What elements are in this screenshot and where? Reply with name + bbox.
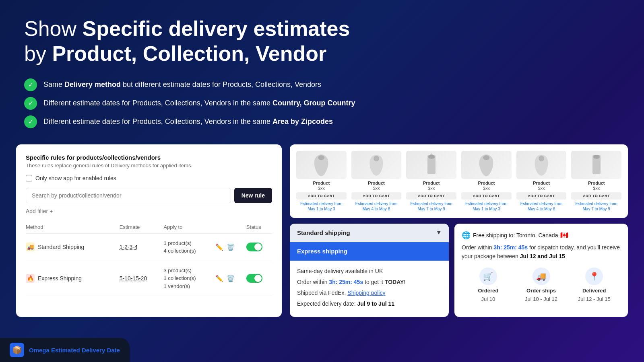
edit-icon[interactable]: ✏️ xyxy=(215,243,223,251)
shipping-info-line1: Same-day delivery available in UK xyxy=(297,267,442,276)
info-box: 🌐 Free shipping to: Toronto, Canada 🇨🇦 O… xyxy=(454,224,628,317)
title-bold-1: Specific delivery estimates xyxy=(83,17,350,40)
col-actions xyxy=(215,221,246,234)
rules-table: Method Estimate Apply to Status 🚚 Standa… xyxy=(26,221,272,296)
add-to-cart-btn-6[interactable]: ADD TO CART xyxy=(571,192,621,200)
add-filter[interactable]: Add filter + xyxy=(26,208,272,214)
shipping-area: Standard shipping ▼ Express shipping Sam… xyxy=(290,224,628,317)
svg-point-0 xyxy=(318,155,324,160)
ordered-icon: 🛒 xyxy=(479,267,497,285)
shipping-policy-link[interactable]: Shipping policy xyxy=(347,290,385,296)
method-cell-standard: 🚚 Standard Shipping xyxy=(26,243,120,251)
new-rule-button[interactable]: New rule xyxy=(234,188,272,203)
product-name-5: Product xyxy=(533,181,550,185)
check-icon-1: ✓ xyxy=(24,78,37,91)
title-bold-2: Product, Collection, Vendor xyxy=(52,42,326,65)
product-price-2: $xx xyxy=(373,186,380,191)
add-to-cart-btn-5[interactable]: ADD TO CART xyxy=(516,192,567,200)
product-price-5: $xx xyxy=(538,186,545,191)
checkbox-row[interactable]: Only show app for enabled rules xyxy=(26,175,272,181)
col-apply: Apply to xyxy=(163,221,215,234)
est-delivery-6: Estimated delivery from May 7 to May 9 xyxy=(571,201,621,212)
standard-shipping-dropdown[interactable]: Standard shipping ▼ xyxy=(290,224,449,242)
add-to-cart-btn-4[interactable]: ADD TO CART xyxy=(461,192,512,200)
delivered-icon: 📍 xyxy=(585,267,603,285)
standard-apply: 1 product(s) 4 collection(s) xyxy=(163,239,215,255)
est-delivery-3: Estimated delivery from May 7 to May 9 xyxy=(406,201,456,212)
canada-flag-icon: 🇨🇦 xyxy=(560,231,568,239)
product-image-6 xyxy=(571,151,621,179)
express-option-label: Express shipping xyxy=(297,248,347,255)
bullet-item-3: ✓ Different estimate dates for Products,… xyxy=(24,115,620,128)
bullet-text-2: Different estimate dates for Products, C… xyxy=(43,99,355,107)
product-name-1: Product xyxy=(313,181,330,185)
col-status: Status xyxy=(246,221,272,234)
delete-icon[interactable]: 🗑️ xyxy=(227,243,235,251)
header-section: Show Specific delivery estimates by Prod… xyxy=(0,0,644,136)
express-shipping-icon: 🔥 xyxy=(26,274,35,283)
table-row: 🔥 Express Shipping 5-10-15-20 3 product(… xyxy=(26,261,272,296)
bullet-list: ✓ Same Delivery method but different est… xyxy=(24,78,620,128)
product-name-4: Product xyxy=(478,181,495,185)
standard-toggle[interactable] xyxy=(246,243,262,251)
today-label: TODAY xyxy=(385,279,404,285)
app-name: Omega Estimated Delivery Date xyxy=(29,347,120,354)
product-image-2 xyxy=(351,151,402,179)
ships-label: Order ships xyxy=(526,288,556,294)
product-card-4: Product $xx ADD TO CART Estimated delive… xyxy=(461,151,512,212)
svg-point-1 xyxy=(374,156,379,161)
product-card-6: Product $xx ADD TO CART Estimated delive… xyxy=(571,151,621,212)
delivered-date: Jul 12 - Jul 15 xyxy=(578,296,611,302)
add-to-cart-btn-1[interactable]: ADD TO CART xyxy=(296,192,347,200)
express-estimate: 5-10-15-20 xyxy=(120,275,147,282)
main-content: Specific rules for products/collections/… xyxy=(0,144,644,317)
timeline-delivered: 📍 Delivered Jul 12 - Jul 15 xyxy=(568,267,621,302)
product-name-2: Product xyxy=(368,181,385,185)
est-delivery-5: Estimated delivery from May 4 to May 6 xyxy=(516,201,567,212)
check-icon-3: ✓ xyxy=(24,115,37,128)
express-shipping-label: Express Shipping xyxy=(38,275,82,282)
left-panel: Specific rules for products/collections/… xyxy=(16,144,282,317)
edit-icon-2[interactable]: ✏️ xyxy=(215,275,223,282)
delete-icon-2[interactable]: 🗑️ xyxy=(227,275,235,282)
express-shipping-option[interactable]: Express shipping xyxy=(290,242,449,261)
ships-icon: 🚚 xyxy=(533,267,550,285)
search-input[interactable] xyxy=(26,188,231,203)
expected-dates: Jul 9 to Jul 11 xyxy=(357,300,394,307)
free-shipping-label: Free shipping to: Toronto, Canada xyxy=(473,232,558,239)
delivered-label: Delivered xyxy=(582,288,606,294)
est-delivery-1: Estimated delivery from May 1 to May 3 xyxy=(296,201,347,212)
express-toggle[interactable] xyxy=(246,274,262,283)
express-apply: 3 product(s) 1 collection(s) 1 vendor(s) xyxy=(163,267,215,290)
product-image-3 xyxy=(406,151,456,179)
add-to-cart-btn-3[interactable]: ADD TO CART xyxy=(406,192,456,200)
svg-point-4 xyxy=(483,155,489,160)
bullet-text-1: Same Delivery method but different estim… xyxy=(43,80,321,89)
product-card-1: Product $xx ADD TO CART Estimated delive… xyxy=(296,151,347,212)
info-dates: Jul 12 and Jul 15 xyxy=(520,253,565,259)
product-name-3: Product xyxy=(423,181,440,185)
shipping-info-line3: Shipped via FedEx. Shipping policy xyxy=(297,289,442,297)
enabled-rules-checkbox[interactable] xyxy=(26,175,32,181)
panel-subtitle: These rules replace general rules of Del… xyxy=(26,162,272,169)
add-to-cart-btn-2[interactable]: ADD TO CART xyxy=(351,192,402,200)
ships-date: Jul 10 - Jul 12 xyxy=(525,296,557,302)
standard-shipping-label: Standard shipping xyxy=(297,229,350,236)
method-cell-express: 🔥 Express Shipping xyxy=(26,274,120,283)
est-delivery-2: Estimated delivery from May 4 to May 6 xyxy=(351,201,402,212)
product-card-2: Product $xx ADD TO CART Estimated delive… xyxy=(351,151,402,212)
shipping-info-line2: Order within 3h: 25m: 45s to get it TODA… xyxy=(297,278,442,286)
ordered-date: Jul 10 xyxy=(481,296,495,302)
svg-point-3 xyxy=(428,155,435,159)
timeline-ordered: 🛒 Ordered Jul 10 xyxy=(462,267,515,302)
product-image-1 xyxy=(296,151,347,179)
product-image-4 xyxy=(461,151,512,179)
standard-estimate: 1-2-3-4 xyxy=(120,244,138,250)
info-countdown: 3h: 25m: 45s xyxy=(493,244,528,251)
product-name-6: Product xyxy=(588,181,605,185)
standard-actions: ✏️ 🗑️ xyxy=(215,243,246,251)
checkbox-label: Only show app for enabled rules xyxy=(35,175,116,181)
bullet-text-3: Different estimate dates for Products, C… xyxy=(43,117,333,126)
product-card-3: Product $xx ADD TO CART Estimated delive… xyxy=(406,151,456,212)
check-icon-2: ✓ xyxy=(24,97,37,110)
